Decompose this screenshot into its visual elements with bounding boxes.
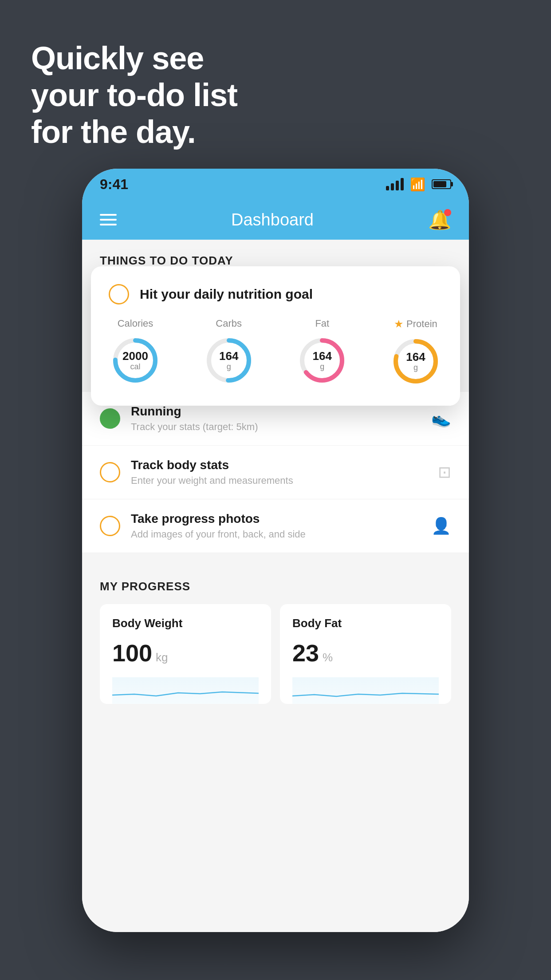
wifi-icon: 📶 (410, 177, 425, 192)
photos-checkbox[interactable] (100, 516, 120, 536)
photos-subtitle: Add images of your front, back, and side (131, 529, 421, 540)
body-stats-title: Track body stats (131, 458, 427, 472)
fat-label: Fat (315, 318, 329, 329)
protein-label: Protein (406, 318, 437, 330)
calories-label: Calories (118, 318, 153, 329)
body-stats-checkbox[interactable] (100, 462, 120, 482)
body-fat-chart (292, 677, 439, 704)
calories-value: 2000 (122, 350, 148, 363)
star-icon: ★ (394, 318, 404, 330)
body-fat-value: 23 (292, 639, 319, 667)
todo-section-title: THINGS TO DO TODAY (100, 254, 233, 267)
calories-item: Calories 2000 cal (109, 318, 162, 387)
protein-unit: g (406, 363, 425, 372)
body-fat-unit: % (323, 651, 333, 664)
todo-row-body-stats[interactable]: Track body stats Enter your weight and m… (82, 446, 469, 499)
photo-icon: 👤 (431, 517, 451, 535)
todo-list: Running Track your stats (target: 5km) 👟… (82, 392, 469, 553)
running-title: Running (131, 404, 421, 419)
fat-chart: 164 g (295, 334, 349, 387)
phone-frame: 9:41 📶 Dashboard 🔔 THINGS TO DO TODAY (82, 169, 469, 932)
protein-label-row: ★ Protein (394, 318, 437, 330)
body-weight-value-row: 100 kg (112, 639, 259, 667)
header-title: Dashboard (231, 210, 314, 229)
running-subtitle: Track your stats (target: 5km) (131, 421, 421, 433)
progress-section-title: MY PROGRESS (100, 580, 451, 593)
progress-section: MY PROGRESS Body Weight 100 kg (82, 562, 469, 713)
hero-text: Quickly see your to-do list for the day. (31, 40, 237, 150)
body-fat-title: Body Fat (292, 616, 439, 630)
protein-chart: 164 g (389, 335, 442, 388)
body-fat-card[interactable]: Body Fat 23 % (280, 604, 451, 704)
protein-item: ★ Protein 164 g (389, 318, 442, 388)
carbs-chart: 164 g (202, 334, 256, 387)
calories-unit: cal (122, 362, 148, 371)
running-checkbox[interactable] (100, 408, 120, 429)
body-weight-unit: kg (156, 651, 168, 664)
shoe-icon: 👟 (431, 409, 451, 428)
carbs-label: Carbs (216, 318, 242, 329)
running-content: Running Track your stats (target: 5km) (131, 404, 421, 433)
fat-item: Fat 164 g (295, 318, 349, 387)
calories-chart: 2000 cal (109, 334, 162, 387)
carbs-value: 164 (219, 350, 238, 363)
todo-row-photos[interactable]: Take progress photos Add images of your … (82, 499, 469, 553)
app-header: Dashboard 🔔 (82, 200, 469, 240)
notification-button[interactable]: 🔔 (428, 209, 451, 231)
nutrition-card-header: Hit your daily nutrition goal (109, 284, 442, 304)
protein-value: 164 (406, 351, 425, 364)
body-weight-chart (112, 677, 259, 704)
fat-value: 164 (313, 350, 332, 363)
body-stats-content: Track body stats Enter your weight and m… (131, 458, 427, 486)
body-weight-title: Body Weight (112, 616, 259, 630)
scale-icon: ⊡ (438, 463, 451, 482)
carbs-item: Carbs 164 g (202, 318, 256, 387)
nutrition-grid: Calories 2000 cal Carbs (109, 318, 442, 388)
app-content: THINGS TO DO TODAY Hit your daily nutrit… (82, 240, 469, 932)
progress-cards: Body Weight 100 kg Body Fat 23 (100, 604, 451, 704)
photos-content: Take progress photos Add images of your … (131, 512, 421, 540)
nutrition-card: Hit your daily nutrition goal Calories 2… (91, 266, 460, 406)
status-time: 9:41 (100, 176, 128, 193)
fat-unit: g (313, 362, 332, 371)
photos-title: Take progress photos (131, 512, 421, 526)
status-icons: 📶 (386, 177, 451, 192)
hamburger-menu-button[interactable] (100, 214, 117, 225)
nutrition-card-title: Hit your daily nutrition goal (140, 287, 313, 302)
notification-badge (444, 209, 451, 216)
signal-icon (386, 178, 404, 190)
body-fat-value-row: 23 % (292, 639, 439, 667)
nutrition-checkbox[interactable] (109, 284, 129, 304)
body-stats-subtitle: Enter your weight and measurements (131, 475, 427, 486)
body-weight-card[interactable]: Body Weight 100 kg (100, 604, 271, 704)
carbs-unit: g (219, 362, 238, 371)
battery-icon (432, 179, 451, 189)
status-bar: 9:41 📶 (82, 169, 469, 200)
body-weight-value: 100 (112, 639, 152, 667)
